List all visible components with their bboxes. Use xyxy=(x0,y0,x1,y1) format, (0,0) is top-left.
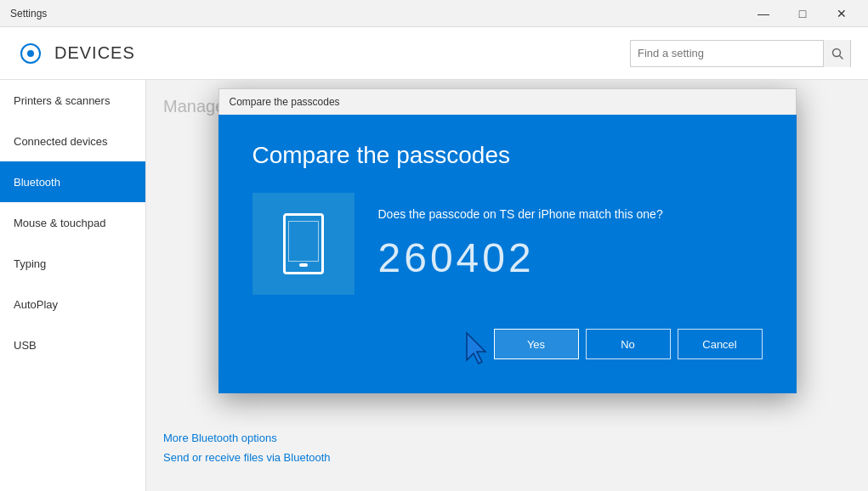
search-button[interactable] xyxy=(823,40,850,67)
cancel-button[interactable]: Cancel xyxy=(678,329,763,359)
yes-button[interactable]: Yes xyxy=(494,329,579,359)
sidebar-item-autoplay[interactable]: AutoPlay xyxy=(0,284,145,325)
dialog-titlebar: Compare the passcodes xyxy=(218,88,797,115)
sidebar-item-mouse[interactable]: Mouse & touchpad xyxy=(0,202,145,243)
titlebar: Settings — □ ✕ xyxy=(0,0,868,27)
svg-point-0 xyxy=(27,50,34,57)
header: DEVICES xyxy=(0,27,868,80)
minimize-button[interactable]: — xyxy=(744,0,783,27)
dialog-header: Compare the passcodes xyxy=(252,142,763,169)
body: Printers & scanners Connected devices Bl… xyxy=(0,80,868,491)
app: DEVICES Printers & scanners Connected de… xyxy=(0,27,868,491)
devices-icon xyxy=(17,40,44,67)
titlebar-controls: — □ ✕ xyxy=(744,0,861,27)
titlebar-title: Settings xyxy=(10,8,47,20)
app-title: DEVICES xyxy=(54,43,630,63)
sidebar: Printers & scanners Connected devices Bl… xyxy=(0,80,146,491)
sidebar-item-connected[interactable]: Connected devices xyxy=(0,121,145,161)
send-receive-files-link[interactable]: Send or receive files via Bluetooth xyxy=(163,451,331,464)
close-button[interactable]: ✕ xyxy=(822,0,861,27)
device-icon-box xyxy=(252,193,355,295)
svg-line-2 xyxy=(839,55,842,59)
sidebar-item-typing[interactable]: Typing xyxy=(0,243,145,284)
phone-icon xyxy=(283,213,324,274)
search-box xyxy=(630,40,851,67)
dialog-passcode: 260402 xyxy=(378,234,763,281)
dialog-overlay: Compare the passcodes Compare the passco… xyxy=(146,80,868,491)
sidebar-item-usb[interactable]: USB xyxy=(0,325,145,365)
dialog-wrapper: Compare the passcodes Compare the passco… xyxy=(218,88,797,393)
no-button[interactable]: No xyxy=(586,329,671,359)
dialog-buttons: Yes No Cancel xyxy=(252,329,763,359)
content-area: Manage Bluetooth devices Compare the pas… xyxy=(146,80,868,491)
maximize-button[interactable]: □ xyxy=(783,0,822,27)
dialog-body: Compare the passcodes xyxy=(218,115,797,393)
more-bluetooth-options-link[interactable]: More Bluetooth options xyxy=(163,432,331,444)
sidebar-item-bluetooth[interactable]: Bluetooth xyxy=(0,161,145,202)
bottom-links: More Bluetooth options Send or receive f… xyxy=(163,432,331,471)
dialog-content-row: Does the passcode on TS der iPhone match… xyxy=(252,193,763,295)
dialog-text-area: Does the passcode on TS der iPhone match… xyxy=(378,207,763,281)
search-input[interactable] xyxy=(631,47,823,59)
sidebar-item-printers[interactable]: Printers & scanners xyxy=(0,80,145,121)
dialog-question: Does the passcode on TS der iPhone match… xyxy=(378,207,763,221)
